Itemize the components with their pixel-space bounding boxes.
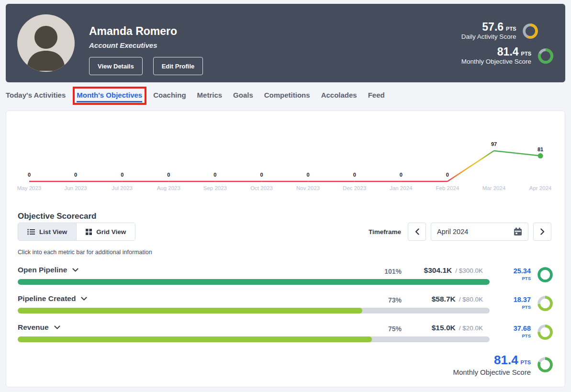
list-view-button[interactable]: List View [18, 223, 76, 240]
metric-goal: / $80.0K [459, 296, 483, 303]
chart-month-label: Jan 2024 [390, 185, 413, 191]
view-toggle: List View Grid View [18, 223, 135, 241]
monthly-objective-score-header: 81.4PTS Monthly Objective Score [461, 46, 553, 65]
chevron-down-icon [72, 268, 78, 272]
tab-coaching[interactable]: Coaching [153, 91, 186, 103]
metric-donut-icon [537, 296, 553, 311]
metric-points: 25.34 [514, 268, 531, 275]
chart-value-label: 81 [537, 146, 543, 152]
chart-month-label: Aug 2023 [157, 185, 180, 191]
line-chart: 0May 20230Jun 20230Jul 20230Aug 20230Sep… [6, 121, 566, 202]
user-name: Amanda Romero [89, 25, 177, 38]
tab-todays-activities[interactable]: Today's Activities [6, 91, 66, 103]
metric-row-pipeline-created: Pipeline Created 73% $58.7K / $80.0K 18.… [18, 294, 553, 323]
chevron-left-icon [415, 228, 419, 235]
metric-value: $58.7K [432, 295, 456, 303]
daily-score-value: 57.6 [482, 21, 504, 33]
metric-points: 37.68 [514, 325, 531, 332]
tab-feed[interactable]: Feed [368, 91, 385, 103]
user-role: Account Executives [89, 41, 157, 49]
person-icon [24, 21, 68, 71]
calendar-icon [514, 227, 522, 236]
metric-value: $304.1K [424, 266, 452, 275]
objectives-panel: 0May 20230Jun 20230Jul 20230Aug 20230Sep… [6, 111, 565, 387]
chart-month-label: Sep 2023 [203, 185, 227, 191]
chart-month-label: Nov 2023 [296, 185, 320, 191]
chevron-down-icon [54, 325, 60, 329]
chart-value-label: 0 [400, 172, 403, 178]
previous-month-button[interactable] [408, 223, 426, 241]
metric-bar[interactable] [18, 279, 490, 285]
tab-months-objectives[interactable]: Month's Objectives [77, 91, 142, 103]
monthly-score-unit: PTS [521, 51, 531, 56]
daily-score-unit: PTS [506, 26, 516, 32]
scorecard-title: Objective Scorecard [18, 212, 96, 221]
tab-competitions[interactable]: Competitions [264, 91, 310, 103]
metric-name-toggle[interactable]: Pipeline Created [18, 294, 87, 303]
monthly-score-donut-icon [538, 48, 553, 64]
chart-month-label: Apr 2024 [529, 185, 552, 191]
profile-header: Amanda Romero Account Executives View De… [6, 4, 565, 82]
view-details-button[interactable]: View Details [89, 57, 143, 75]
metric-row-open-pipeline: Open Pipeline 101% $304.1K / $300.0K 25.… [18, 265, 553, 294]
edit-profile-button[interactable]: Edit Profile [153, 57, 203, 75]
metric-percent: 75% [388, 325, 402, 333]
daily-score-label: Daily Activity Score [461, 33, 516, 40]
daily-activity-score: 57.6PTS Daily Activity Score [461, 22, 553, 40]
metric-goal: / $20.0K [459, 325, 483, 332]
monthly-objective-total: 81.4PTS Monthly Objective Score [453, 353, 553, 376]
total-score-label: Monthly Objective Score [453, 368, 531, 376]
chart-month-label: Oct 2023 [250, 185, 273, 191]
chart-month-label: Jul 2023 [112, 185, 132, 191]
total-score-unit: PTS [521, 359, 531, 365]
chart-value-label: 0 [307, 172, 310, 178]
chart-month-label: Jun 2023 [64, 185, 87, 191]
metric-donut-icon [537, 325, 553, 340]
chart-month-label: Feb 2024 [436, 185, 459, 191]
tab-accolades[interactable]: Accolades [321, 91, 357, 103]
chart-value-label: 0 [74, 172, 77, 178]
chart-month-label: Mar 2024 [482, 185, 506, 191]
monthly-score-value: 81.4 [497, 45, 519, 58]
chart-end-point [538, 153, 543, 158]
metric-points-unit: PTS [514, 276, 531, 281]
metric-row-revenue: Revenue 75% $15.0K / $20.0K 37.68 PTS [18, 323, 553, 351]
chart-line-segment [448, 151, 494, 181]
metric-name-toggle[interactable]: Revenue [18, 323, 60, 332]
chart-line-segment [494, 151, 540, 156]
chart-value-label: 0 [353, 172, 356, 178]
tab-bar: Today's Activities Month's Objectives Co… [6, 91, 385, 103]
metric-donut-icon [537, 267, 553, 282]
metric-name-toggle[interactable]: Open Pipeline [18, 266, 78, 274]
monthly-score-label: Monthly Objective Score [461, 58, 531, 65]
profile-dashboard: Amanda Romero Account Executives View De… [0, 0, 571, 392]
metric-percent: 73% [388, 296, 402, 304]
chevron-down-icon [81, 297, 87, 301]
total-score-donut-icon [537, 357, 553, 372]
metric-bar[interactable] [18, 336, 490, 342]
metric-bar[interactable] [18, 308, 490, 314]
list-icon [27, 229, 35, 235]
chart-value-label: 0 [260, 172, 263, 178]
chart-value-label: 0 [213, 172, 216, 178]
timeframe-control: Timeframe April 2024 [369, 223, 551, 241]
header-buttons: View Details Edit Profile [89, 57, 203, 75]
scorecard-toolbar: List View Grid View Timeframe [18, 223, 551, 241]
header-scores: 57.6PTS Daily Activity Score 81.4PTS Mon… [461, 22, 553, 65]
metric-points-unit: PTS [514, 333, 531, 338]
chart-month-label: May 2023 [17, 185, 42, 191]
chart-month-label: Dec 2023 [343, 185, 366, 191]
tab-goals[interactable]: Goals [233, 91, 253, 103]
metric-points: 18.37 [514, 296, 531, 303]
chevron-right-icon [540, 228, 545, 235]
grid-view-button[interactable]: Grid View [76, 223, 135, 240]
metric-value: $15.0K [432, 324, 456, 332]
grid-icon [86, 229, 92, 235]
next-month-button[interactable] [533, 223, 551, 241]
timeframe-date-picker[interactable]: April 2024 [431, 223, 528, 241]
tab-metrics[interactable]: Metrics [197, 91, 223, 103]
metric-percent: 101% [384, 268, 402, 275]
metric-list: Open Pipeline 101% $304.1K / $300.0K 25.… [18, 265, 553, 351]
total-score-value: 81.4 [494, 353, 518, 367]
chart-value-label: 0 [446, 172, 449, 178]
